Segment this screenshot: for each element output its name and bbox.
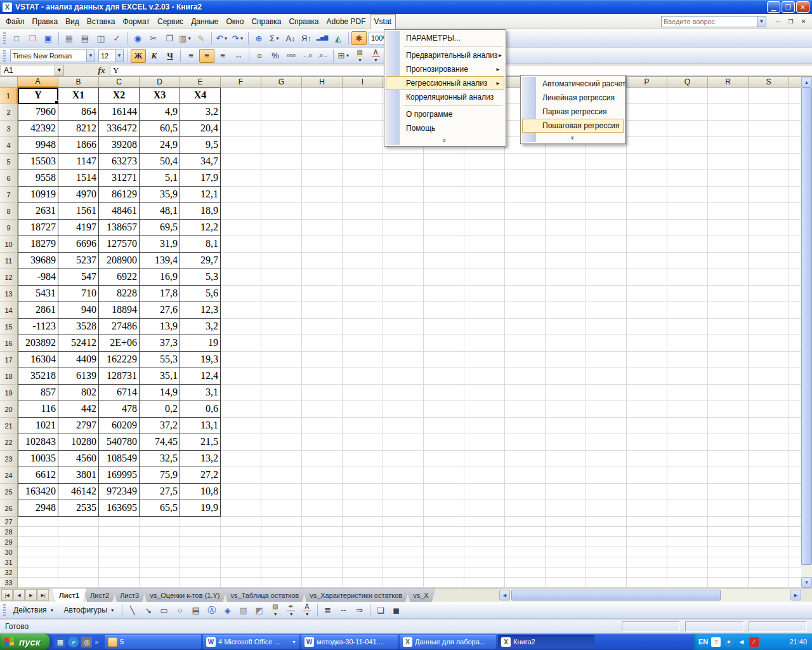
row-header-25[interactable]: 25 bbox=[0, 484, 18, 500]
sheet-nav-first[interactable]: |◀ bbox=[1, 589, 13, 601]
cell-B12[interactable]: 547 bbox=[58, 269, 99, 286]
cell-B5[interactable]: 1147 bbox=[58, 154, 99, 170]
tray-help-icon[interactable]: ? bbox=[711, 637, 721, 647]
row-header-5[interactable]: 5 bbox=[0, 154, 18, 170]
cell-C24[interactable]: 169995 bbox=[99, 467, 140, 484]
language-indicator[interactable]: EN bbox=[698, 638, 708, 646]
cell-A12[interactable]: -984 bbox=[18, 269, 58, 286]
scroll-down-button[interactable]: ▼ bbox=[801, 577, 812, 588]
row-header-29[interactable]: 29 bbox=[0, 537, 18, 547]
cell-B21[interactable]: 2797 bbox=[58, 418, 99, 434]
picture-icon[interactable]: ◩ bbox=[252, 603, 267, 617]
save-icon[interactable]: ▣ bbox=[41, 31, 56, 45]
vertical-scrollbar[interactable]: ▲ ▼ bbox=[801, 77, 812, 588]
sheet-tab-5[interactable]: vs_Таблица остатков bbox=[223, 588, 306, 602]
cell-B17[interactable]: 4409 bbox=[58, 352, 99, 368]
line-color-icon[interactable]: ✒▼ bbox=[284, 603, 299, 617]
start-button[interactable]: пуск bbox=[0, 633, 50, 650]
cell-D26[interactable]: 65,5 bbox=[140, 500, 180, 517]
column-header-C[interactable]: C bbox=[99, 77, 140, 88]
internet-explorer-icon[interactable]: e bbox=[68, 637, 79, 647]
cell-D9[interactable]: 69,5 bbox=[140, 220, 180, 236]
new-document-icon[interactable]: □ bbox=[9, 31, 24, 45]
cell-E9[interactable]: 12,2 bbox=[180, 220, 221, 236]
undo-icon[interactable]: ↶▼ bbox=[214, 31, 230, 45]
tray-messenger-icon[interactable]: ● bbox=[724, 637, 733, 647]
taskbar-button-2[interactable]: W4 Microsoft Office ...▼ bbox=[203, 635, 299, 649]
cell-C10[interactable]: 127570 bbox=[99, 236, 140, 253]
cell-E14[interactable]: 12,3 bbox=[180, 302, 221, 319]
regression-submenu-chevron[interactable]: » bbox=[522, 133, 624, 142]
cell-A20[interactable]: 116 bbox=[18, 401, 58, 418]
font-color-icon[interactable]: А▼ bbox=[299, 603, 315, 617]
insert-function-button[interactable]: fx bbox=[93, 65, 110, 76]
vstat-menu-item-9[interactable]: Помощь bbox=[386, 121, 504, 135]
cell-E16[interactable]: 19 bbox=[180, 335, 221, 352]
cell-A23[interactable]: 10035 bbox=[18, 451, 58, 467]
rectangle-icon[interactable]: ▭ bbox=[157, 603, 172, 617]
vstat-menu-item-1[interactable]: ПАРАМЕТРЫ... bbox=[386, 31, 504, 45]
cell-E4[interactable]: 9,5 bbox=[180, 137, 221, 154]
textbox-icon[interactable]: ▤ bbox=[188, 603, 204, 617]
cell-D17[interactable]: 55,3 bbox=[140, 352, 180, 368]
permission-icon[interactable]: ▦ bbox=[62, 31, 77, 45]
cell-E5[interactable]: 34,7 bbox=[180, 154, 221, 170]
research-icon[interactable]: ◉ bbox=[130, 31, 145, 45]
cell-A24[interactable]: 6612 bbox=[18, 467, 58, 484]
cell-D12[interactable]: 16,9 bbox=[140, 269, 180, 286]
cell-B14[interactable]: 940 bbox=[58, 302, 99, 319]
cell-E8[interactable]: 18,9 bbox=[180, 203, 221, 220]
restore-button[interactable]: ❐ bbox=[782, 1, 795, 13]
name-box[interactable]: A1 ▼ bbox=[1, 65, 64, 76]
font-size-combo[interactable]: 12▼ bbox=[98, 50, 124, 62]
cell-D22[interactable]: 74,45 bbox=[140, 434, 180, 451]
cell-B7[interactable]: 4970 bbox=[58, 187, 99, 203]
vstat-icon[interactable]: ✱ bbox=[351, 31, 367, 45]
cell-D20[interactable]: 0,2 bbox=[140, 401, 180, 418]
fill-color-icon[interactable]: ▨▼ bbox=[268, 603, 283, 617]
shadow-icon[interactable]: ❏ bbox=[373, 603, 388, 617]
cell-D21[interactable]: 37,2 bbox=[140, 418, 180, 434]
cell-E19[interactable]: 3,1 bbox=[180, 385, 221, 401]
cell-D2[interactable]: 4,9 bbox=[140, 104, 180, 121]
column-header-P[interactable]: P bbox=[627, 77, 667, 88]
column-header-Q[interactable]: Q bbox=[667, 77, 708, 88]
cell-E20[interactable]: 0,6 bbox=[180, 401, 221, 418]
line-icon[interactable]: ╲ bbox=[125, 603, 140, 617]
doc-minimize-button[interactable]: ─ bbox=[773, 17, 783, 26]
sheet-tab-4[interactable]: vs_Оценки к-тов (1.Y) bbox=[143, 588, 226, 602]
arrow-icon[interactable]: ↘ bbox=[141, 603, 156, 617]
scroll-left-button[interactable]: ◀ bbox=[499, 590, 510, 600]
cell-E7[interactable]: 12,1 bbox=[180, 187, 221, 203]
row-header-10[interactable]: 10 bbox=[0, 236, 18, 253]
vstat-menu-item-6[interactable]: Корреляционный анализ bbox=[386, 90, 504, 104]
cell-B13[interactable]: 710 bbox=[58, 286, 99, 302]
cell-C6[interactable]: 31271 bbox=[99, 170, 140, 187]
cell-D15[interactable]: 13,9 bbox=[140, 319, 180, 335]
cell-E18[interactable]: 12,4 bbox=[180, 368, 221, 385]
cell-A10[interactable]: 18279 bbox=[18, 236, 58, 253]
open-icon[interactable]: ❒ bbox=[25, 31, 40, 45]
regression-submenu-item-4[interactable]: Пошаговая регрессия bbox=[522, 119, 624, 133]
cell-B6[interactable]: 1514 bbox=[58, 170, 99, 187]
cell-D7[interactable]: 35,9 bbox=[140, 187, 180, 203]
align-right-icon[interactable]: ≡ bbox=[215, 49, 230, 63]
horizontal-scroll-thumb[interactable] bbox=[511, 590, 721, 600]
cell-A18[interactable]: 35218 bbox=[18, 368, 58, 385]
vertical-scroll-thumb[interactable] bbox=[801, 88, 812, 565]
row-header-20[interactable]: 20 bbox=[0, 401, 18, 418]
cell-E23[interactable]: 13,2 bbox=[180, 451, 221, 467]
cell-D11[interactable]: 139,4 bbox=[140, 253, 180, 269]
wordart-icon[interactable]: Ⓐ bbox=[204, 603, 219, 617]
row-header-11[interactable]: 11 bbox=[0, 253, 18, 269]
cell-B9[interactable]: 4197 bbox=[58, 220, 99, 236]
cell-C3[interactable]: 336472 bbox=[99, 121, 140, 137]
cell-A17[interactable]: 16304 bbox=[18, 352, 58, 368]
sheet-tab-6[interactable]: vs_Характеристики остатков bbox=[303, 588, 409, 602]
cell-B25[interactable]: 46142 bbox=[58, 484, 99, 500]
regression-submenu-item-2[interactable]: Линейная регрессия bbox=[522, 91, 624, 105]
show-desktop-icon[interactable]: ▦ bbox=[55, 637, 65, 647]
cell-E13[interactable]: 5,6 bbox=[180, 286, 221, 302]
decrease-decimal-icon[interactable]: ,0→ bbox=[315, 49, 331, 63]
horizontal-scroll-track[interactable] bbox=[510, 590, 790, 600]
